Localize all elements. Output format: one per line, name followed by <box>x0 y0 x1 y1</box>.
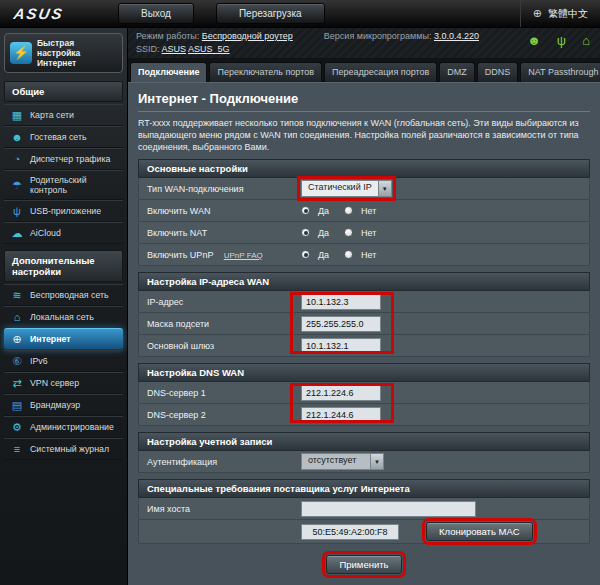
top-bar: ASUS Выход Перезагрузка ⊕ 繁體中文 <box>0 0 600 28</box>
enable-wan-row: Включить WAN Да Нет <box>138 200 590 222</box>
network-status-icon[interactable]: ⌂ <box>582 33 590 48</box>
yes-label: Да <box>318 250 329 260</box>
mac-row: Клонировать MAC <box>138 520 590 544</box>
sidebar-item-traffic-manager[interactable]: ◔ Диспетчер трафика <box>4 148 123 170</box>
quick-setup-button[interactable]: ⚡ Быстрая настройка Интернет <box>4 33 123 73</box>
section-header: Специальные требования поставщика услуг … <box>138 479 590 498</box>
wan-type-select[interactable]: Статический IP ▼ <box>301 180 392 197</box>
subnet-mask-input[interactable] <box>301 316 381 332</box>
ip-address-row: IP-адрес <box>138 291 590 313</box>
globe-icon: ⊕ <box>533 7 542 20</box>
enable-wan-no-radio[interactable] <box>344 206 353 215</box>
sidebar-item-administration[interactable]: ⚙ Администрирование <box>4 416 123 438</box>
tab-port-trigger[interactable]: Переключатель портов <box>209 62 322 82</box>
tab-ddns[interactable]: DDNS <box>477 62 519 82</box>
sidebar-item-wireless[interactable]: ≋ Беспроводная сеть <box>4 284 123 306</box>
sidebar-item-wan[interactable]: ⊕ Интернет <box>4 328 123 350</box>
gateway-label: Основной шлюз <box>139 338 297 354</box>
account-section: Настройка учетной записи Аутентификация … <box>138 432 590 473</box>
upnp-faq-link[interactable]: UPnP FAQ <box>224 251 263 260</box>
sidebar-item-aicloud[interactable]: ☁ AiCloud <box>4 222 123 244</box>
mode-label: Режим работы: <box>136 31 199 41</box>
reboot-button[interactable]: Перезагрузка <box>216 3 325 24</box>
log-icon: ≡ <box>10 443 24 455</box>
sidebar-item-guest-network[interactable]: ☻ Гостевая сеть <box>4 126 123 148</box>
gear-icon: ⚙ <box>10 421 24 433</box>
cloud-icon: ☁ <box>10 227 24 239</box>
tab-connection[interactable]: Подключение <box>130 62 207 82</box>
firmware-value-link[interactable]: 3.0.0.4.220 <box>434 31 479 41</box>
sidebar-item-label: USB-приложение <box>30 206 101 216</box>
sidebar: ⚡ Быстрая настройка Интернет Общие ▦ Кар… <box>0 28 128 585</box>
sidebar-header-general: Общие <box>4 81 123 102</box>
section-header: Настройка DNS WAN <box>138 363 590 382</box>
sidebar-item-label: Диспетчер трафика <box>30 154 110 164</box>
gateway-input[interactable] <box>301 338 381 354</box>
main-layout: ⚡ Быстрая настройка Интернет Общие ▦ Кар… <box>0 28 600 585</box>
auth-select[interactable]: отсутствует ▼ <box>301 453 384 470</box>
mac-label <box>139 529 297 535</box>
sidebar-item-parental-control[interactable]: ☂ Родительский контроль <box>4 170 123 200</box>
hostname-input[interactable] <box>301 501 476 517</box>
dns1-row: DNS-сервер 1 <box>138 382 590 404</box>
enable-upnp-row: Включить UPnP UPnP FAQ Да Нет <box>138 244 590 266</box>
enable-wan-label: Включить WAN <box>139 203 297 219</box>
usb-icon: ψ <box>10 205 24 217</box>
no-label: Нет <box>361 228 376 238</box>
sidebar-item-label: IPv6 <box>30 356 48 366</box>
enable-nat-yes-radio[interactable] <box>301 228 310 237</box>
sidebar-item-label: Родительский контроль <box>30 175 119 195</box>
mode-value-link[interactable]: Беспроводной роутер <box>202 31 293 41</box>
dns-section: Настройка DNS WAN DNS-сервер 1 DNS-серве… <box>138 363 590 426</box>
network-map-icon: ▦ <box>10 109 24 121</box>
section-header: Настройка учетной записи <box>138 432 590 451</box>
enable-nat-label: Включить NAT <box>139 225 297 241</box>
logout-button[interactable]: Выход <box>118 3 194 24</box>
sidebar-item-vpn[interactable]: ⇄ VPN сервер <box>4 372 123 394</box>
right-column: Режим работы: Беспроводной роутер Версия… <box>128 28 600 585</box>
basic-settings-section: Основные настройки Тип WAN-подключения С… <box>138 159 590 266</box>
traffic-manager-icon: ◔ <box>10 153 24 165</box>
apply-button[interactable]: Применить <box>326 555 401 574</box>
enable-wan-yes-radio[interactable] <box>301 206 310 215</box>
wan-type-label: Тип WAN-подключения <box>139 181 297 197</box>
ip-address-input[interactable] <box>301 294 381 310</box>
ssid-label: SSID: <box>136 44 160 54</box>
firewall-icon: ▤ <box>10 399 24 411</box>
subnet-mask-label: Маска подсети <box>139 316 297 332</box>
upnp-label-text: Включить UPnP <box>147 250 213 260</box>
ssid-5-link[interactable]: ASUS_5G <box>188 44 230 54</box>
sidebar-item-lan[interactable]: ⌂ Локальная сеть <box>4 306 123 328</box>
wifi-icon: ≋ <box>10 289 24 301</box>
asus-logo: ASUS <box>13 5 120 22</box>
sidebar-item-label: Брандмауэр <box>30 400 80 410</box>
sidebar-item-system-log[interactable]: ≡ Системный журнал <box>4 438 123 460</box>
ssid-24-link[interactable]: ASUS <box>162 44 187 54</box>
auth-label: Аутентификация <box>139 454 297 470</box>
sidebar-item-label: Беспроводная сеть <box>30 290 109 300</box>
tab-nat-passthrough[interactable]: NAT Passthrough <box>520 62 600 82</box>
tab-port-forwarding[interactable]: Переадресация портов <box>324 62 437 82</box>
sidebar-item-firewall[interactable]: ▤ Брандмауэр <box>4 394 123 416</box>
usb-status-icon[interactable]: ψ <box>557 33 566 48</box>
sidebar-item-label: Интернет <box>30 334 71 344</box>
yes-label: Да <box>318 206 329 216</box>
no-label: Нет <box>361 206 376 216</box>
clone-mac-button[interactable]: Клонировать MAC <box>426 522 533 541</box>
enable-upnp-no-radio[interactable] <box>344 250 353 259</box>
sidebar-item-usb-application[interactable]: ψ USB-приложение <box>4 200 123 222</box>
enable-nat-no-radio[interactable] <box>344 228 353 237</box>
sidebar-item-ipv6[interactable]: ⑥ IPv6 <box>4 350 123 372</box>
enable-upnp-yes-radio[interactable] <box>301 250 310 259</box>
status-bar: Режим работы: Беспроводной роутер Версия… <box>128 28 600 58</box>
lightning-icon: ⚡ <box>10 42 32 64</box>
dns1-input[interactable] <box>301 385 381 401</box>
mac-input[interactable] <box>301 524 399 540</box>
sidebar-item-label: Системный журнал <box>30 444 109 454</box>
language-selector[interactable]: ⊕ 繁體中文 <box>520 0 600 27</box>
sidebar-item-network-map[interactable]: ▦ Карта сети <box>4 104 123 126</box>
tab-dmz[interactable]: DMZ <box>439 62 475 82</box>
clients-icon[interactable]: ☻ <box>527 33 541 48</box>
dns2-input[interactable] <box>301 407 381 423</box>
sidebar-item-label: VPN сервер <box>30 378 79 388</box>
